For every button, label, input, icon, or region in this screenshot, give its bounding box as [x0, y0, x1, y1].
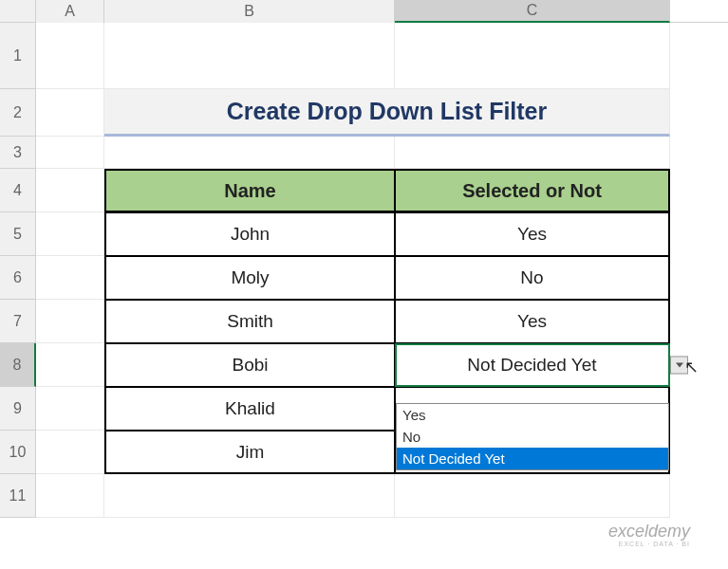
cell-C11[interactable]	[395, 474, 670, 518]
row-header-4[interactable]: 4	[0, 169, 36, 212]
cell-A2[interactable]	[36, 89, 104, 137]
row-4: 4 Name Selected or Not	[0, 169, 728, 212]
dropdown-option[interactable]: No	[397, 426, 668, 448]
table-row[interactable]: Bobi	[104, 343, 395, 387]
cell-A9[interactable]	[36, 387, 104, 431]
row-1: 1	[0, 23, 728, 89]
cell-A10[interactable]	[36, 431, 104, 474]
dropdown-list: Yes No Not Decided Yet	[396, 403, 669, 470]
cell-A4[interactable]	[36, 169, 104, 212]
table-row[interactable]: Khalid	[104, 387, 395, 431]
dropdown-button[interactable]	[670, 357, 688, 375]
row-header-11[interactable]: 11	[0, 474, 36, 518]
cell-B3[interactable]	[104, 137, 395, 169]
table-row[interactable]: John	[104, 212, 395, 256]
row-header-1[interactable]: 1	[0, 23, 36, 89]
page-title[interactable]: Create Drop Down List Filter	[104, 89, 670, 137]
row-2: 2 Create Drop Down List Filter	[0, 89, 728, 137]
cell-A3[interactable]	[36, 137, 104, 169]
cell-C1[interactable]	[395, 23, 670, 89]
cell-B1[interactable]	[104, 23, 395, 89]
active-cell[interactable]: Not Decided Yet ↖	[395, 343, 670, 387]
row-6: 6 Moly No	[0, 256, 728, 300]
row-header-8[interactable]: 8	[0, 343, 36, 387]
cell-A11[interactable]	[36, 474, 104, 518]
row-header-10[interactable]: 10	[0, 431, 36, 474]
table-header-name[interactable]: Name	[104, 169, 395, 212]
watermark-brand: exceldemy	[608, 523, 690, 541]
spreadsheet: A B C 1 2 Create Drop Down List Filter 3…	[0, 0, 728, 569]
row-header-6[interactable]: 6	[0, 256, 36, 300]
row-8: 8 Bobi Not Decided Yet ↖	[0, 343, 728, 387]
cell-A5[interactable]	[36, 212, 104, 256]
row-11: 11	[0, 474, 728, 518]
cell-A6[interactable]	[36, 256, 104, 300]
table-row[interactable]: Moly	[104, 256, 395, 300]
column-headers: A B C	[0, 0, 728, 23]
cell-B11[interactable]	[104, 474, 395, 518]
table-row[interactable]: Smith	[104, 300, 395, 343]
row-header-5[interactable]: 5	[0, 212, 36, 256]
col-header-A[interactable]: A	[36, 0, 104, 23]
table-row[interactable]: Yes	[395, 212, 670, 256]
col-header-B[interactable]: B	[104, 0, 395, 23]
row-header-3[interactable]: 3	[0, 137, 36, 169]
watermark-tag: EXCEL · DATA · BI	[608, 541, 690, 548]
row-header-9[interactable]: 9	[0, 387, 36, 431]
select-all-corner[interactable]	[0, 0, 36, 23]
col-header-C[interactable]: C	[395, 0, 670, 23]
row-7: 7 Smith Yes	[0, 300, 728, 343]
table-row[interactable]: Jim	[104, 431, 395, 474]
table-header-status[interactable]: Selected or Not	[395, 169, 670, 212]
dropdown-option-selected[interactable]: Not Decided Yet	[397, 448, 668, 469]
table-row[interactable]: Yes	[395, 300, 670, 343]
dropdown-option[interactable]: Yes	[397, 404, 668, 426]
cell-A7[interactable]	[36, 300, 104, 343]
cell-value: Not Decided Yet	[467, 355, 596, 376]
row-header-2[interactable]: 2	[0, 89, 36, 137]
table-row[interactable]: No	[395, 256, 670, 300]
row-3: 3	[0, 137, 728, 169]
watermark: exceldemy EXCEL · DATA · BI	[608, 523, 690, 548]
cell-A1[interactable]	[36, 23, 104, 89]
cell-A8[interactable]	[36, 343, 104, 387]
row-header-7[interactable]: 7	[0, 300, 36, 343]
cell-C3[interactable]	[395, 137, 670, 169]
row-5: 5 John Yes	[0, 212, 728, 256]
